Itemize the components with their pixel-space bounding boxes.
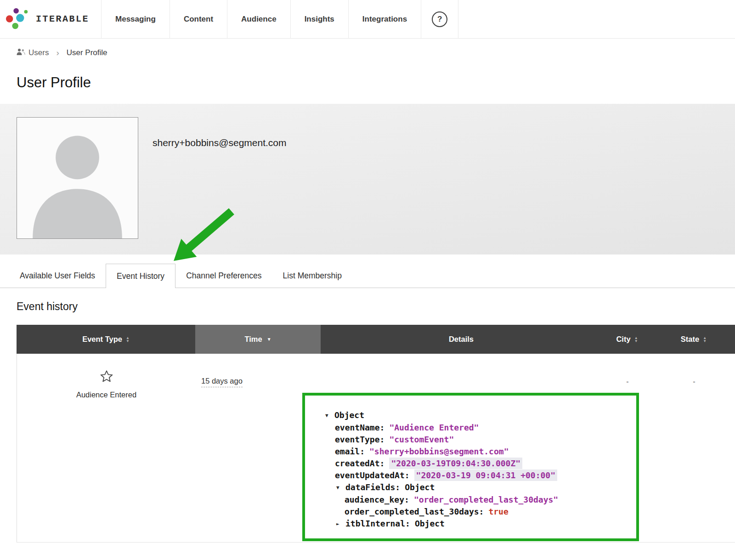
help-button[interactable]: ?: [421, 0, 458, 38]
table-row: Audience Entered 15 days ago ▼Object eve…: [17, 354, 735, 543]
column-header-event-type[interactable]: Event Type ▲▼: [17, 325, 195, 354]
column-header-city[interactable]: City ▲▼: [602, 325, 652, 354]
event-type-cell: Audience Entered: [17, 354, 196, 542]
iterable-logo-icon: [6, 6, 30, 33]
profile-banner: sherry+bobbins@segment.com: [0, 104, 735, 255]
json-line: order_completed_last_30days:true: [325, 506, 629, 518]
json-line: createdAt:"2020-03-19T09:04:30.000Z": [325, 458, 629, 469]
sort-icon: ▲▼: [703, 336, 707, 343]
iterable-logo[interactable]: ITERABLE: [0, 0, 101, 38]
details-cell: ▼Object eventName:"Audience Entered" eve…: [321, 354, 602, 542]
json-line: eventUpdatedAt:"2020-03-19 09:04:31 +00:…: [325, 469, 629, 481]
nav-item-content[interactable]: Content: [170, 0, 227, 38]
json-line: audience_key:"order_completed_last_30day…: [325, 494, 629, 506]
column-header-details: Details: [321, 325, 602, 354]
top-nav: ITERABLE Messaging Content Audience Insi…: [0, 0, 735, 39]
tab-available-user-fields[interactable]: Available User Fields: [9, 264, 106, 288]
json-line: email:"sherry+bobbins@segment.com": [325, 446, 629, 458]
json-line: eventName:"Audience Entered": [325, 422, 629, 434]
city-cell: -: [602, 354, 653, 542]
profile-email: sherry+bobbins@segment.com: [153, 137, 287, 148]
column-header-time[interactable]: Time ▼: [195, 325, 321, 354]
relative-time[interactable]: 15 days ago: [201, 377, 243, 387]
sort-icon: ▲▼: [126, 336, 130, 343]
breadcrumb-users-label: Users: [28, 48, 49, 57]
column-header-state[interactable]: State ▲▼: [652, 325, 735, 354]
tab-list-membership[interactable]: List Membership: [272, 264, 352, 288]
json-line: eventType:"customEvent": [325, 434, 629, 446]
breadcrumb-users-link[interactable]: Users: [17, 48, 49, 58]
profile-tabs: Available User Fields Event History Chan…: [0, 264, 735, 288]
json-line-root: ▼Object: [325, 409, 629, 422]
event-history-table: Event Type ▲▼ Time ▼ Details City ▲▼ Sta…: [17, 325, 735, 543]
nav-item-messaging[interactable]: Messaging: [101, 0, 170, 38]
collapse-icon[interactable]: ▼: [325, 410, 334, 422]
json-line-itblinternal: ►itblInternal:Object: [325, 518, 629, 530]
tab-event-history[interactable]: Event History: [106, 264, 175, 288]
avatar: [17, 117, 138, 239]
user-profile-page: ITERABLE Messaging Content Audience Insi…: [0, 0, 735, 560]
nav-item-insights[interactable]: Insights: [290, 0, 348, 38]
tab-channel-preferences[interactable]: Channel Preferences: [175, 264, 272, 288]
chevron-right-icon: ›: [56, 48, 59, 58]
sort-desc-icon: ▼: [267, 337, 271, 342]
breadcrumb: Users › User Profile: [17, 48, 735, 58]
page-title: User Profile: [17, 74, 735, 91]
json-line-datafields: ▼dataFields:Object: [325, 481, 629, 494]
event-history-heading: Event history: [17, 300, 735, 313]
brand-name: ITERABLE: [36, 14, 89, 24]
breadcrumb-current: User Profile: [67, 48, 107, 57]
collapse-icon[interactable]: ▼: [336, 482, 345, 494]
sort-icon: ▲▼: [634, 336, 638, 343]
annotation-highlight-box: ▼Object eventName:"Audience Entered" eve…: [302, 393, 639, 541]
expand-icon[interactable]: ►: [336, 518, 345, 530]
nav-item-audience[interactable]: Audience: [227, 0, 290, 38]
table-header-row: Event Type ▲▼ Time ▼ Details City ▲▼ Sta…: [17, 325, 735, 354]
users-icon: [17, 48, 25, 58]
star-icon: [99, 369, 114, 386]
nav-item-integrations[interactable]: Integrations: [348, 0, 421, 38]
help-icon: ?: [432, 11, 447, 27]
event-type-label: Audience Entered: [76, 390, 136, 399]
state-cell: -: [653, 354, 735, 542]
